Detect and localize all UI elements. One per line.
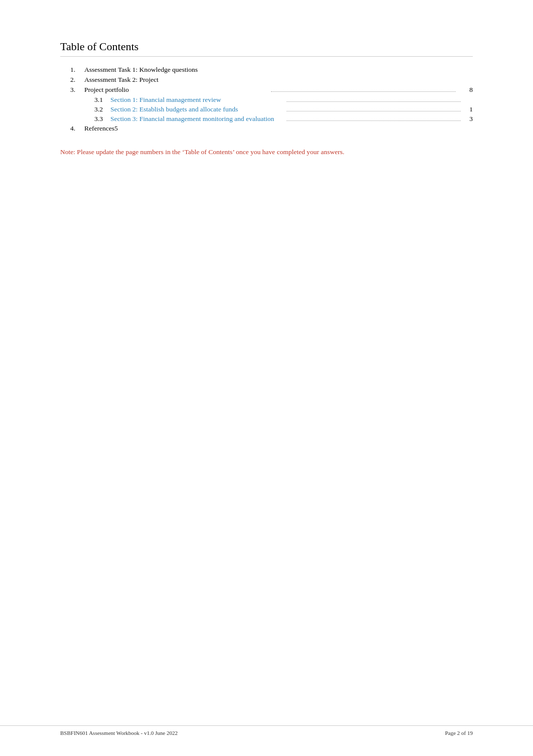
- footer-left: BSBFIN601 Assessment Workbook - v1.0 Jun…: [60, 730, 178, 736]
- page: Table of Contents 1. Assessment Task 1: …: [0, 0, 533, 756]
- subitem-link[interactable]: Section 3: Financial management monitori…: [110, 115, 285, 123]
- subitem-number: 3.2: [94, 105, 110, 113]
- note-block: Note: Please update the page numbers in …: [60, 147, 361, 158]
- item-number: 4.: [70, 124, 84, 133]
- subitem-page: 1: [463, 105, 473, 113]
- dots: [287, 101, 461, 102]
- item-page: 8: [458, 86, 473, 94]
- list-item: 1. Assessment Task 1: Knowledge question…: [70, 66, 473, 74]
- item-label: Assessment Task 1: Knowledge questions: [84, 66, 458, 74]
- list-item: 3.1 Section 1: Financial management revi…: [94, 96, 473, 104]
- list-item: 2. Assessment Task 2: Project: [70, 76, 473, 84]
- list-item: 3. Project portfolio 8: [70, 86, 473, 94]
- note-text: Note: Please update the page numbers in …: [60, 148, 344, 156]
- footer: BSBFIN601 Assessment Workbook - v1.0 Jun…: [0, 725, 533, 736]
- toc-list: 1. Assessment Task 1: Knowledge question…: [70, 66, 473, 133]
- item-label: References5: [84, 124, 458, 133]
- list-item: 3.2 Section 2: Establish budgets and all…: [94, 105, 473, 113]
- list-item: 3.3 Section 3: Financial management moni…: [94, 115, 473, 123]
- item-number: 1.: [70, 66, 84, 74]
- toc-sublist: 3.1 Section 1: Financial management revi…: [94, 96, 473, 123]
- subitem-row: Section 2: Establish budgets and allocat…: [110, 105, 473, 113]
- subitem-row: Section 3: Financial management monitori…: [110, 115, 473, 123]
- dots: [287, 120, 461, 121]
- item-row: Project portfolio 8: [84, 86, 473, 94]
- item-number: 2.: [70, 76, 84, 84]
- list-item: 4. References5: [70, 124, 473, 133]
- item-label: Assessment Task 2: Project: [84, 76, 458, 84]
- dots: [287, 111, 461, 111]
- item-label: Project portfolio: [84, 86, 269, 94]
- subitem-number: 3.1: [94, 96, 110, 104]
- subitem-row: Section 1: Financial management review: [110, 96, 473, 104]
- toc-title: Table of Contents: [60, 40, 473, 57]
- item-number: 3.: [70, 86, 84, 94]
- subitem-link[interactable]: Section 1: Financial management review: [110, 96, 285, 104]
- subitem-number: 3.3: [94, 115, 110, 123]
- footer-right: Page 2 of 19: [445, 730, 473, 736]
- dots: [271, 91, 456, 92]
- subitem-link[interactable]: Section 2: Establish budgets and allocat…: [110, 105, 285, 113]
- subitem-page: 3: [463, 115, 473, 123]
